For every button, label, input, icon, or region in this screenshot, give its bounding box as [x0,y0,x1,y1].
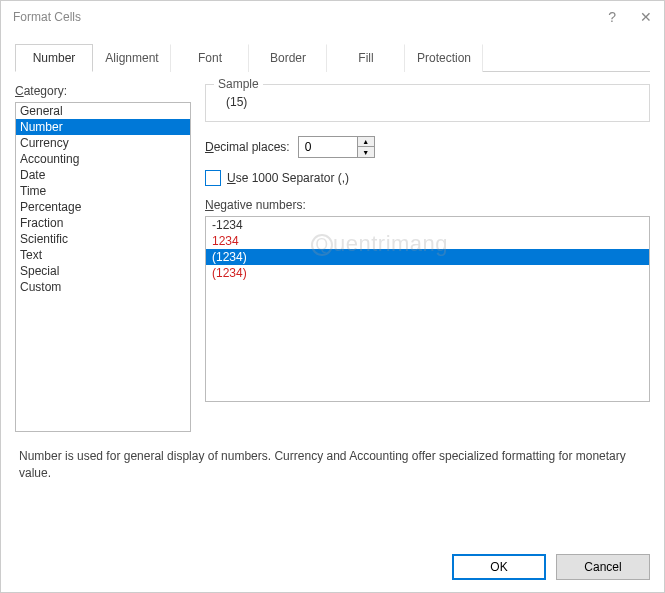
sample-legend: Sample [214,77,263,91]
sample-value: (15) [218,95,637,109]
titlebar: Format Cells ? ✕ [1,1,664,33]
sample-group: Sample (15) [205,84,650,122]
tab-font[interactable]: Font [171,44,249,72]
list-item[interactable]: Number [16,119,190,135]
decimal-spinner[interactable]: ▲ ▼ [298,136,375,158]
tab-alignment[interactable]: Alignment [93,44,171,72]
list-item[interactable]: General [16,103,190,119]
tab-border[interactable]: Border [249,44,327,72]
tab-protection[interactable]: Protection [405,44,483,72]
tab-fill[interactable]: Fill [327,44,405,72]
separator-label: Use 1000 Separator (,) [227,171,349,185]
list-item[interactable]: Accounting [16,151,190,167]
list-item[interactable]: Fraction [16,215,190,231]
decimal-input[interactable] [299,137,357,157]
list-item[interactable]: Text [16,247,190,263]
spinner-buttons: ▲ ▼ [357,137,374,157]
spinner-up-icon[interactable]: ▲ [358,137,374,147]
button-bar: OK Cancel [452,554,650,580]
ok-button[interactable]: OK [452,554,546,580]
tab-strip: Number Alignment Font Border Fill Protec… [15,43,650,72]
window-controls: ? ✕ [608,9,652,25]
cancel-button[interactable]: Cancel [556,554,650,580]
list-item[interactable]: Scientific [16,231,190,247]
list-item[interactable]: (1234) [206,249,649,265]
list-item[interactable]: Special [16,263,190,279]
decimal-label: Decimal places: [205,140,290,154]
content-area: Category: General Number Currency Accoun… [1,72,664,432]
list-item[interactable]: (1234) [206,265,649,281]
category-column: Category: General Number Currency Accoun… [15,84,191,432]
list-item[interactable]: Percentage [16,199,190,215]
list-item[interactable]: Time [16,183,190,199]
separator-row[interactable]: Use 1000 Separator (,) [205,170,650,186]
window-title: Format Cells [13,10,81,24]
list-item[interactable]: 1234 [206,233,649,249]
list-item[interactable]: Currency [16,135,190,151]
category-label: Category: [15,84,191,98]
close-icon[interactable]: ✕ [640,9,652,25]
help-icon[interactable]: ? [608,9,616,25]
list-item[interactable]: Custom [16,279,190,295]
spinner-down-icon[interactable]: ▼ [358,147,374,157]
tab-number[interactable]: Number [15,44,93,72]
description-text: Number is used for general display of nu… [1,432,664,482]
negative-listbox[interactable]: -1234 1234 (1234) (1234) [205,216,650,402]
negative-label: Negative numbers: [205,198,650,212]
options-column: Sample (15) Decimal places: ▲ ▼ Use 1000… [205,84,650,432]
category-listbox[interactable]: General Number Currency Accounting Date … [15,102,191,432]
list-item[interactable]: -1234 [206,217,649,233]
decimal-row: Decimal places: ▲ ▼ [205,136,650,158]
separator-checkbox[interactable] [205,170,221,186]
list-item[interactable]: Date [16,167,190,183]
